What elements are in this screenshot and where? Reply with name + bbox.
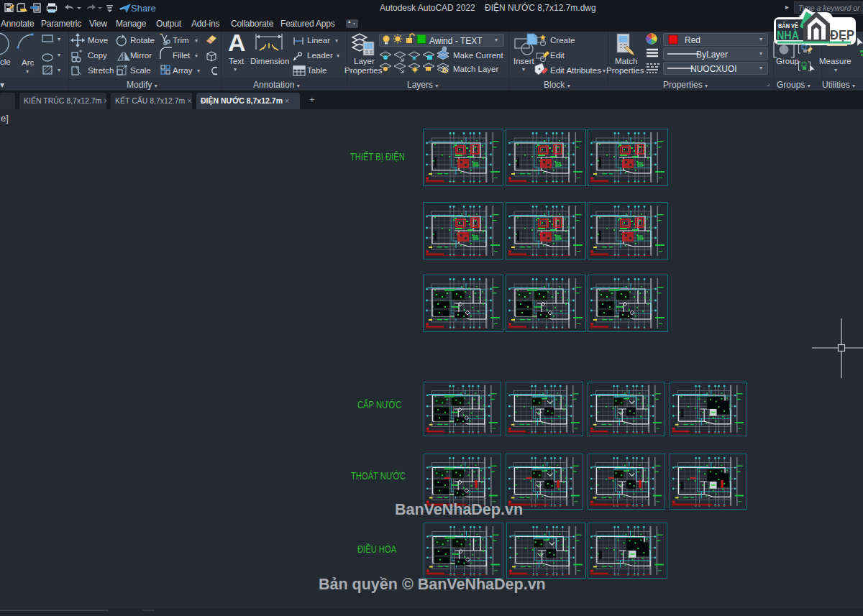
- svg-text:ĐẸP: ĐẸP: [830, 28, 854, 42]
- svg-text:NHÀ: NHÀ: [777, 29, 799, 42]
